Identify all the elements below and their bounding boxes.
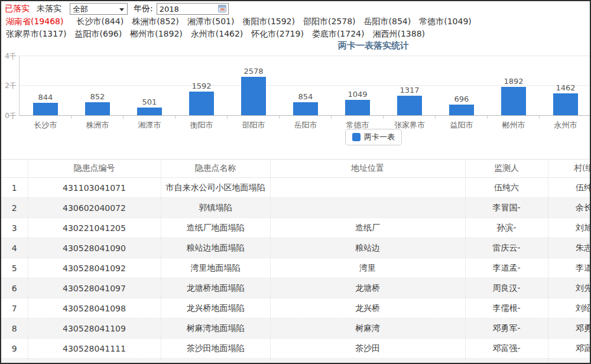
table-cell: 430528041111 <box>28 339 161 359</box>
table-cell: 430528041098 <box>28 298 161 318</box>
table-row[interactable]: 8430528041109树麻湾地面塌陷树麻湾邓勇军-邓勇军- <box>1 318 591 339</box>
column-header-village-lead: 村(组)负 <box>548 160 591 178</box>
status-select-control[interactable]: 全部 <box>70 4 127 14</box>
hazard-table: 隐患点编号 隐患点名称 地址位置 监测人 村(组)负 1431103041071… <box>1 159 591 364</box>
table-body: 1431103041071市自来水公司小区地面塌陷伍纯六伍纯六-24306020… <box>1 178 591 364</box>
table-cell: 431103041071 <box>28 178 161 198</box>
table-cell: 树麻湾 <box>270 318 465 339</box>
region-link[interactable]: 邵阳市(2578) <box>303 17 356 27</box>
bar-value-label: 2578 <box>243 67 263 75</box>
bar-value-label: 854 <box>298 93 313 100</box>
table-cell: 李春香- <box>465 359 548 364</box>
bar-常德市[interactable] <box>345 100 370 115</box>
status-select[interactable]: 全部 <box>70 3 128 15</box>
bar-value-label: 501 <box>142 98 157 106</box>
region-link[interactable]: 娄底市(1724) <box>312 29 365 40</box>
table-cell: 朱志良- <box>548 238 591 258</box>
table-cell: 余长斌- <box>548 198 591 218</box>
table-cell: 湾里地面塌陷 <box>161 258 270 278</box>
bar-value-label: 1462 <box>556 84 575 92</box>
region-link[interactable]: 益阳市(696) <box>75 29 122 40</box>
filter-tab-not-implemented[interactable]: 未落实 <box>37 4 61 14</box>
bar-band: 844 <box>20 56 72 115</box>
bar-band: 1892 <box>488 56 540 115</box>
bar-value-label: 696 <box>454 95 469 103</box>
table-row[interactable]: 5430528041092湾里地面塌陷湾里李道孟-李道孟- <box>1 258 591 278</box>
calendar-icon[interactable] <box>218 5 226 12</box>
table-row[interactable]: 10430528041126杨梅山地面塌陷杨梅山李春香-李春香- <box>1 359 591 364</box>
table-row[interactable]: 2430602040072郭镇塌陷李冒国-余长斌- <box>1 198 591 218</box>
table-cell: 6 <box>1 278 28 298</box>
x-axis-label: 株洲市 <box>72 116 124 131</box>
region-link[interactable]: 郴州市(1892) <box>130 29 183 40</box>
bar-band: 854 <box>280 56 332 115</box>
table-cell: 8 <box>1 318 28 339</box>
bar-郴州市[interactable] <box>501 87 526 115</box>
bar-张家界市[interactable] <box>397 96 422 115</box>
table-cell: 湾里 <box>270 258 465 278</box>
year-label: 年份: <box>134 4 153 14</box>
bars-row: 844852501159225788541049131769618921462 <box>20 56 591 115</box>
region-link[interactable]: 湘西州(1388) <box>372 29 425 40</box>
table-cell: 树麻湾地面塌陷 <box>161 318 270 339</box>
region-link[interactable]: 怀化市(2719) <box>251 29 304 40</box>
region-link[interactable]: 衡阳市(1592) <box>242 17 295 27</box>
region-link[interactable]: 常德市(1049) <box>419 17 472 27</box>
region-link[interactable]: 长沙市(844) <box>76 17 124 27</box>
table-cell: 430528041097 <box>28 278 161 298</box>
table-cell: 李冒国- <box>465 198 548 218</box>
table-row[interactable]: 9430528041111茶沙田地面塌陷茶沙田邓富强-邓富强- <box>1 339 591 359</box>
bar-株洲市[interactable] <box>85 102 110 115</box>
region-nav-row2: 张家界市(1317)益阳市(696)郴州市(1892)永州市(1462)怀化市(… <box>6 29 425 40</box>
bar-益阳市[interactable] <box>449 105 474 115</box>
region-nav-row1: 湖南省(19468) 长沙市(844)株洲市(852)湘潭市(501)衡阳市(1… <box>6 17 472 27</box>
bar-value-label: 1049 <box>348 90 367 98</box>
chart-legend[interactable]: 两卡一表 <box>345 129 402 145</box>
year-input[interactable] <box>157 4 228 14</box>
bar-湘潭市[interactable] <box>137 108 162 115</box>
table-cell: 2 <box>1 198 28 218</box>
table-row[interactable]: 4430528041090粮站边地面塌陷粮站边雷庆云-朱志良- <box>1 238 591 258</box>
bar-衡阳市[interactable] <box>189 92 214 115</box>
y-tick-label: 0千 <box>1 112 17 119</box>
bar-value-label: 852 <box>90 93 105 100</box>
region-link[interactable]: 岳阳市(854) <box>364 17 411 27</box>
x-axis-label: 永州市 <box>540 116 591 131</box>
x-axis-label: 岳阳市 <box>280 116 332 131</box>
bar-band: 1592 <box>176 56 228 115</box>
table-cell: 郭镇塌陷 <box>161 198 270 218</box>
bar-band: 852 <box>72 56 124 115</box>
table-cell: 李道孟- <box>548 258 591 278</box>
table-cell <box>270 178 465 198</box>
table-cell: 造纸厂地面塌陷 <box>161 218 270 238</box>
region-link[interactable]: 湘潭市(501) <box>187 17 235 27</box>
region-link[interactable]: 株洲市(852) <box>132 17 179 27</box>
table-cell: 430602040072 <box>28 198 161 218</box>
y-tick-label: 4千 <box>1 53 17 60</box>
x-axis-row: 长沙市株洲市湘潭市衡阳市邵阳市岳阳市常德市张家界市益阳市郴州市永州市 <box>20 116 591 131</box>
bar-band: 1317 <box>384 56 436 115</box>
bar-岳阳市[interactable] <box>293 102 318 115</box>
x-axis-label: 邵阳市 <box>228 116 280 131</box>
region-link[interactable]: 张家界市(1317) <box>6 29 67 40</box>
column-header-address: 地址位置 <box>270 160 465 178</box>
bar-邵阳市[interactable] <box>241 77 266 115</box>
table-row[interactable]: 6430528041097龙塘桥地面塌陷龙塘桥周良汉-刘先柱- <box>1 278 591 298</box>
column-header-monitor: 监测人 <box>465 160 548 178</box>
bar-长沙市[interactable] <box>33 103 58 115</box>
table-cell: 430221041205 <box>28 218 161 238</box>
table-row[interactable]: 7430528041098龙兴桥地面塌陷龙兴桥李儒根-刘绍举- <box>1 298 591 318</box>
table-cell <box>270 198 465 218</box>
table-row[interactable]: 1431103041071市自来水公司小区地面塌陷伍纯六伍纯六- <box>1 178 591 198</box>
filter-tab-implemented[interactable]: 已落实 <box>5 4 30 14</box>
chart-title: 两卡一表落实统计 <box>338 40 409 51</box>
table-cell: 1 <box>1 178 28 198</box>
table-cell: 龙塘桥地面塌陷 <box>161 278 270 298</box>
region-link[interactable]: 永州市(1462) <box>191 29 243 40</box>
province-link[interactable]: 湖南省(19468) <box>6 17 63 27</box>
column-header-hazard-id: 隐患点编号 <box>28 160 161 178</box>
table-cell: 雷庆云- <box>465 238 548 258</box>
year-field-wrap <box>157 3 229 15</box>
bar-永州市[interactable] <box>553 93 578 115</box>
table-row[interactable]: 3430221041205造纸厂地面塌陷造纸厂孙滨-刘旭花- <box>1 218 591 238</box>
